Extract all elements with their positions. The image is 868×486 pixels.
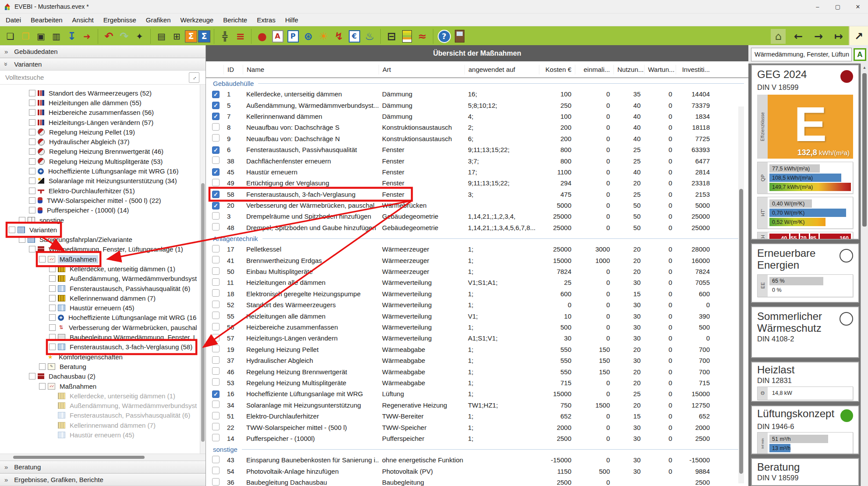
expander-icon[interactable] [19, 236, 25, 243]
row-checkbox[interactable] [212, 412, 220, 419]
table-row[interactable]: 3 Drempelräume und Spitzboden hinzufügen… [209, 211, 748, 222]
expander-icon[interactable] [49, 334, 56, 341]
efficiency-curves-icon[interactable]: ≈ [415, 28, 429, 44]
expander-icon[interactable] [19, 217, 25, 223]
radiator-icon[interactable]: ♨ [362, 28, 377, 44]
row-checkbox[interactable] [212, 212, 220, 220]
col-nutzung[interactable]: Nutzun... [613, 65, 644, 74]
new-file-icon[interactable]: ❏ [3, 28, 18, 44]
tree-item[interactable]: Fensteraustausch, Passivhausqualität (6) [0, 411, 205, 420]
table-row[interactable]: 11 Heizleitungen alle dämmen Wärmevertei… [209, 277, 748, 288]
expander-icon[interactable] [29, 168, 35, 174]
expander-icon[interactable] [29, 138, 35, 145]
expander-icon[interactable] [49, 285, 56, 292]
tree-item[interactable]: Außendämmung, Wärmedämmverbundsyst [0, 401, 205, 411]
tree-item[interactable]: Hocheffiziente Lüftungsanlage mit WRG (1… [0, 166, 205, 176]
expander-icon[interactable] [29, 129, 35, 135]
expander-icon[interactable] [39, 363, 46, 370]
table-row[interactable]: 22 TWW-Solarspeicher mittel - (500 l) TW… [209, 422, 748, 433]
row-checkbox[interactable] [212, 423, 220, 430]
sidebar-horizontal-scrollbar[interactable] [0, 454, 205, 461]
tree-item[interactable]: Heizbereiche zusammenfassen (56) [0, 108, 205, 117]
expander-icon[interactable] [49, 305, 56, 311]
row-checkbox[interactable] [212, 123, 220, 131]
col-art[interactable]: Art [379, 65, 464, 74]
hierarchy-icon[interactable]: ╬ [218, 28, 232, 44]
tree-item[interactable]: Regelung Heizung Pellet (19) [0, 127, 205, 137]
col-id[interactable]: ID [223, 65, 243, 74]
expander-icon[interactable] [29, 188, 35, 194]
table-row[interactable]: 45 Haustür erneuern Fenster 17; 1100 0 4… [209, 167, 748, 177]
table-row[interactable]: 14 Pufferspeicher - (1000l) Pufferspeich… [209, 433, 748, 444]
expander-icon[interactable] [29, 119, 35, 126]
tree-item[interactable]: Haustür erneuern (45) [0, 303, 205, 313]
sun-icon[interactable]: ☀ [316, 28, 331, 44]
door-icon[interactable] [452, 28, 467, 44]
expander-icon[interactable] [39, 256, 46, 263]
table-row[interactable]: 57 Heizleitungs-Längen verändern Wärmeve… [209, 333, 748, 344]
table-scrollbar[interactable] [738, 106, 744, 483]
open-folder-icon[interactable]: ❐ [18, 28, 33, 44]
expander-icon[interactable] [49, 344, 56, 350]
menu-item[interactable]: Ansicht [67, 14, 99, 25]
table-row[interactable]: 9 Neuaufbau von: Dachschräge N Konstrukt… [209, 133, 748, 144]
tree-item[interactable]: Verbesserung der Wärmebrücken, pauschal [0, 323, 205, 332]
row-checkbox[interactable] [212, 278, 220, 286]
row-checkbox[interactable] [212, 267, 220, 275]
tree-item[interactable]: Pufferspeicher - (1000l) (14) [0, 206, 205, 215]
tree-item[interactable]: sonstige [0, 215, 205, 225]
row-checkbox[interactable] [212, 456, 220, 463]
forward-icon[interactable]: → [809, 28, 828, 44]
row-checkbox[interactable] [212, 168, 220, 176]
resize-icon[interactable]: ↔ [189, 72, 199, 83]
row-checkbox[interactable] [212, 312, 220, 319]
tree-item[interactable]: Hocheffiziente Lüftungsanlage mit WRG (1… [0, 313, 205, 323]
chart-icon[interactable]: ↗ [849, 26, 868, 46]
tree-item[interactable]: Regelung Heizung Brennwertgerät (46) [0, 147, 205, 156]
menu-item[interactable]: Grafiken [141, 14, 176, 25]
expander-icon[interactable] [29, 246, 35, 252]
table-row[interactable]: 50 Einbau Multisplitgeräte Wärmeerzeuger… [209, 266, 748, 277]
letter-p-icon[interactable]: P [286, 28, 300, 44]
table-row[interactable]: 55 Heizleitungen alle dämmen Wärmevertei… [209, 310, 748, 321]
menu-item[interactable]: Extras [252, 14, 280, 25]
goto-detail-icon[interactable]: ↦ [829, 28, 848, 44]
row-checkbox[interactable] [212, 356, 220, 364]
tree-item[interactable]: Kellerinnenwand dämmen (7) [0, 293, 205, 303]
table-row[interactable]: 16 Hocheffiziente Lüftungsanlage mit WRG… [209, 388, 748, 399]
section-varianten[interactable]: » Varianten [0, 58, 205, 71]
report-manager-icon[interactable]: ⊟ [384, 28, 399, 44]
magic-wand-icon[interactable]: ✦ [132, 28, 147, 44]
redo-icon[interactable]: ↷ [117, 28, 131, 44]
table-values-icon[interactable]: ⊞ [170, 28, 184, 44]
list-columns-icon[interactable]: ≡ [233, 28, 248, 44]
save-icon[interactable]: ▣ [34, 28, 48, 44]
col-investition[interactable]: Investiti... [676, 65, 713, 74]
row-checkbox[interactable] [212, 191, 220, 198]
row-checkbox[interactable] [212, 223, 220, 231]
menu-item[interactable]: Berichte [218, 14, 252, 25]
table-row[interactable]: 5 Außendämmung, Wärmedämmverbundsyst... … [209, 99, 748, 110]
table-row[interactable]: 37 Hydraulischer Abgleich Wärmeabgabe 1;… [209, 355, 748, 366]
row-checkbox[interactable] [212, 289, 220, 297]
table-row[interactable]: 56 Heizbereiche zusammenfassen Wärmevert… [209, 322, 748, 333]
globe-icon[interactable]: ⊛ [301, 28, 315, 44]
expander-icon[interactable] [9, 227, 15, 233]
auto-calc-button[interactable]: A [854, 48, 866, 61]
import-icon[interactable]: ↧ [64, 28, 79, 44]
table-row[interactable]: 48 Drempel, Spitzboden und Gaube hinzufü… [209, 222, 748, 233]
variant-selector[interactable]: Wärmedämmung, Fenster, Lüftun ∨ [751, 48, 852, 61]
table-row[interactable]: 6 Fensteraustausch, Passivhausqualität F… [209, 144, 748, 155]
row-checkbox[interactable] [212, 434, 220, 441]
expander-icon[interactable] [29, 177, 35, 184]
tree-item[interactable]: TWW-Solarspeicher mittel - (500 l) (22) [0, 195, 205, 205]
tree-item[interactable]: Sanierungsfahrplan/Zielvariante [0, 234, 205, 244]
expander-icon[interactable] [29, 158, 35, 165]
tree-item-varianten[interactable]: Varianten [0, 225, 205, 234]
row-checkbox[interactable] [212, 245, 220, 252]
tree-item[interactable]: Solaranlage mit Heizungsunterstützung (3… [0, 176, 205, 186]
row-checkbox[interactable] [212, 401, 220, 408]
section-gebaeudedaten[interactable]: » Gebäudedaten [0, 45, 205, 58]
comment-icon[interactable]: ● [255, 28, 269, 44]
row-checkbox[interactable] [212, 334, 220, 341]
